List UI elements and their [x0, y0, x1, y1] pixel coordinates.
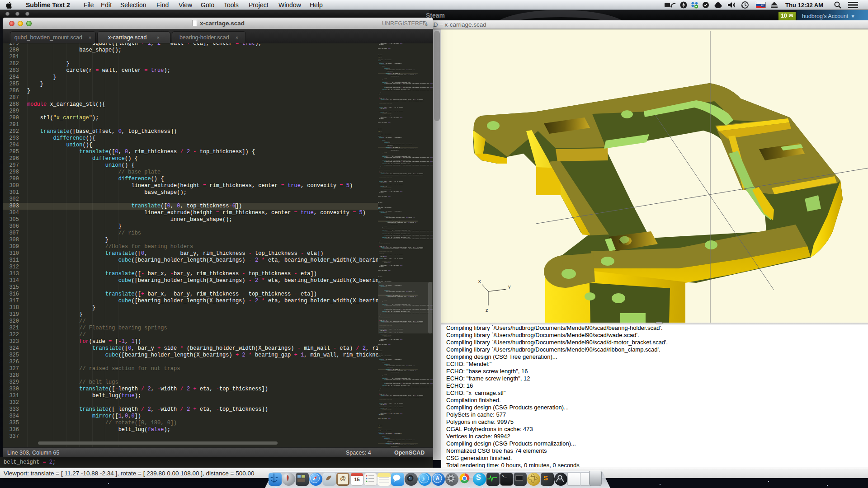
- svg-text:♪: ♪: [422, 475, 425, 482]
- svg-text:x: x: [478, 278, 481, 284]
- svg-text:y: y: [508, 284, 511, 289]
- svg-text:z: z: [486, 307, 488, 313]
- svg-text:A: A: [436, 475, 440, 482]
